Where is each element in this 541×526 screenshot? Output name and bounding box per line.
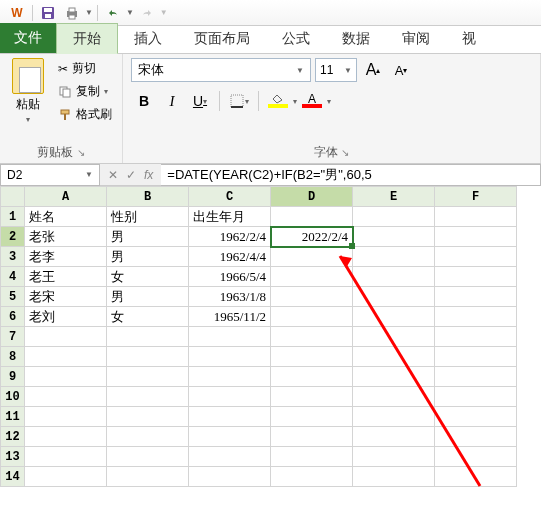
- cell[interactable]: [189, 367, 271, 387]
- clipboard-dialog-launcher[interactable]: ↘: [77, 147, 85, 158]
- cell[interactable]: [271, 467, 353, 487]
- row-header[interactable]: 14: [1, 467, 25, 487]
- cell[interactable]: [435, 287, 517, 307]
- row-header[interactable]: 13: [1, 447, 25, 467]
- cell[interactable]: [435, 207, 517, 227]
- cell-selected[interactable]: 2022/2/4: [271, 227, 353, 247]
- paste-button[interactable]: 粘贴: [16, 96, 40, 113]
- cell[interactable]: [107, 467, 189, 487]
- cell[interactable]: [353, 447, 435, 467]
- cell[interactable]: [435, 307, 517, 327]
- cell[interactable]: [271, 247, 353, 267]
- tab-insert[interactable]: 插入: [118, 24, 178, 53]
- fx-icon[interactable]: fx: [144, 168, 153, 182]
- cell[interactable]: [435, 467, 517, 487]
- increase-font-button[interactable]: A▴: [361, 58, 385, 82]
- cell[interactable]: 性别: [107, 207, 189, 227]
- cell[interactable]: [25, 347, 107, 367]
- col-header-D[interactable]: D: [271, 187, 353, 207]
- formula-bar[interactable]: =DATE(YEAR(C2)+IF(B2="男",60,5: [161, 164, 541, 186]
- row-header[interactable]: 9: [1, 367, 25, 387]
- cell[interactable]: [271, 347, 353, 367]
- cell[interactable]: 老刘: [25, 307, 107, 327]
- cell[interactable]: [25, 387, 107, 407]
- paste-icon[interactable]: [12, 58, 44, 94]
- cell[interactable]: [353, 227, 435, 247]
- format-painter-button[interactable]: 格式刷: [54, 104, 116, 125]
- row-header[interactable]: 5: [1, 287, 25, 307]
- font-size-select[interactable]: 11 ▼: [315, 58, 357, 82]
- cell[interactable]: [189, 407, 271, 427]
- qat-dropdown-icon[interactable]: ▼: [85, 8, 93, 17]
- cell[interactable]: [189, 347, 271, 367]
- cell[interactable]: 男: [107, 287, 189, 307]
- cell[interactable]: [107, 387, 189, 407]
- tab-data[interactable]: 数据: [326, 24, 386, 53]
- cell[interactable]: [271, 447, 353, 467]
- cell[interactable]: 老王: [25, 267, 107, 287]
- cell[interactable]: 1965/11/2: [189, 307, 271, 327]
- cell[interactable]: [107, 407, 189, 427]
- col-header-E[interactable]: E: [353, 187, 435, 207]
- cell[interactable]: 男: [107, 227, 189, 247]
- fill-color-button[interactable]: [265, 88, 291, 114]
- font-color-button[interactable]: A: [299, 88, 325, 114]
- cell[interactable]: [435, 267, 517, 287]
- cell[interactable]: [353, 427, 435, 447]
- cell[interactable]: [271, 427, 353, 447]
- name-box[interactable]: D2 ▼: [0, 164, 100, 186]
- cell[interactable]: 男: [107, 247, 189, 267]
- cell[interactable]: [189, 427, 271, 447]
- paste-dropdown-icon[interactable]: ▾: [26, 115, 30, 124]
- cell[interactable]: [271, 287, 353, 307]
- font-name-select[interactable]: 宋体 ▼: [131, 58, 311, 82]
- row-header[interactable]: 11: [1, 407, 25, 427]
- row-header[interactable]: 6: [1, 307, 25, 327]
- row-header[interactable]: 3: [1, 247, 25, 267]
- cell[interactable]: [271, 267, 353, 287]
- cell[interactable]: 出生年月: [189, 207, 271, 227]
- cell[interactable]: [353, 407, 435, 427]
- cell[interactable]: [25, 447, 107, 467]
- cell[interactable]: [271, 307, 353, 327]
- cell[interactable]: [189, 387, 271, 407]
- cell[interactable]: 1963/1/8: [189, 287, 271, 307]
- cell[interactable]: [435, 367, 517, 387]
- col-header-C[interactable]: C: [189, 187, 271, 207]
- cell[interactable]: [271, 387, 353, 407]
- tab-file[interactable]: 文件: [0, 23, 56, 53]
- copy-dropdown-icon[interactable]: ▾: [104, 87, 108, 96]
- cell[interactable]: 女: [107, 267, 189, 287]
- cell[interactable]: [107, 367, 189, 387]
- redo-dropdown-icon[interactable]: ▼: [160, 8, 168, 17]
- cell[interactable]: [107, 347, 189, 367]
- cell[interactable]: [107, 327, 189, 347]
- cell[interactable]: [271, 407, 353, 427]
- row-header[interactable]: 7: [1, 327, 25, 347]
- cell[interactable]: 1962/4/4: [189, 247, 271, 267]
- cell[interactable]: 老宋: [25, 287, 107, 307]
- tab-formula[interactable]: 公式: [266, 24, 326, 53]
- decrease-font-button[interactable]: A▾: [389, 58, 413, 82]
- bold-button[interactable]: B: [131, 88, 157, 114]
- cell[interactable]: [189, 467, 271, 487]
- select-all-corner[interactable]: [1, 187, 25, 207]
- undo-dropdown-icon[interactable]: ▼: [126, 8, 134, 17]
- row-header[interactable]: 10: [1, 387, 25, 407]
- row-header[interactable]: 1: [1, 207, 25, 227]
- cell[interactable]: [25, 327, 107, 347]
- border-button[interactable]: ▾: [226, 88, 252, 114]
- cell[interactable]: [107, 427, 189, 447]
- cell[interactable]: [353, 247, 435, 267]
- cell[interactable]: [353, 467, 435, 487]
- worksheet[interactable]: A B C D E F 1 姓名 性别 出生年月 2 老张 男 1962/2/4…: [0, 186, 541, 487]
- cell[interactable]: [435, 387, 517, 407]
- cut-button[interactable]: ✂ 剪切: [54, 58, 116, 79]
- cell[interactable]: [189, 327, 271, 347]
- tab-review[interactable]: 审阅: [386, 24, 446, 53]
- cell[interactable]: [271, 327, 353, 347]
- row-header[interactable]: 12: [1, 427, 25, 447]
- cell[interactable]: 1966/5/4: [189, 267, 271, 287]
- undo-icon[interactable]: [102, 3, 124, 23]
- cell[interactable]: [435, 447, 517, 467]
